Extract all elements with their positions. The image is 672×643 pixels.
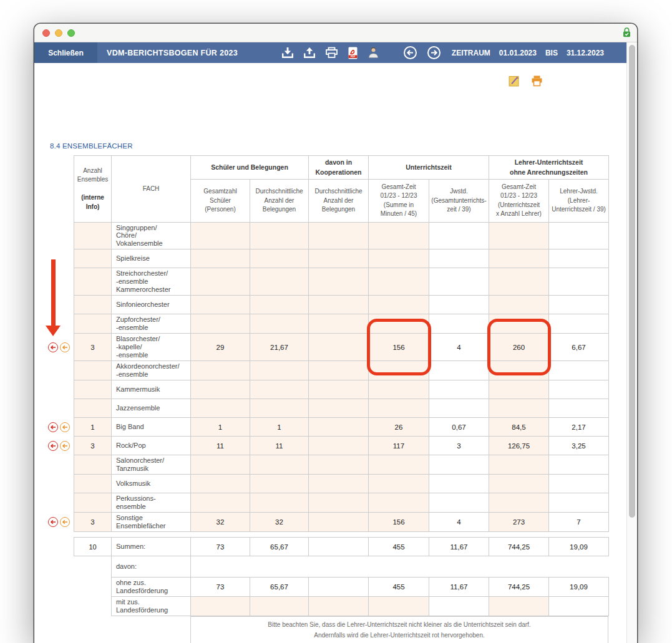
value-cell	[309, 249, 369, 268]
fach-cell: Jazzensemble	[112, 399, 191, 418]
close-form-button[interactable]: Schließen	[34, 42, 97, 63]
scrollbar-thumb[interactable]	[629, 45, 635, 518]
table-row: Kammermusik	[74, 380, 609, 399]
ohne-landesfoerderung-row: ohne zus. Landesförderung7365,6745511,67…	[74, 578, 609, 597]
marker-red-icon[interactable]	[48, 342, 58, 352]
value-cell	[250, 399, 309, 418]
zoom-window-button[interactable]	[67, 29, 75, 37]
nav-forward-icon[interactable]	[427, 46, 441, 60]
anzahl-cell	[74, 578, 112, 597]
note-edit-icon[interactable]	[509, 75, 520, 90]
summary-value-cell: 11,67	[429, 578, 489, 597]
fach-cell: Spielkreise	[112, 249, 191, 268]
value-cell: 3,25	[549, 437, 609, 455]
value-cell	[429, 296, 489, 314]
table-row: Salonorchester/ Tanzmusik	[74, 455, 609, 475]
summary-value-cell	[549, 597, 609, 616]
summary-value-cell: 19,09	[549, 538, 609, 556]
marker-orange-icon[interactable]	[60, 342, 70, 352]
value-cell	[369, 222, 429, 249]
anzahl-cell	[74, 380, 112, 399]
period-display: ZEITRAUM 01.01.2023 BIS 31.12.2023	[452, 42, 604, 63]
header-group-lehrer-unterrichtszeit: Lehrer-Unterrichtszeit ohne Anrechnungsz…	[489, 156, 609, 180]
value-cell	[489, 249, 549, 268]
value-cell	[309, 513, 369, 532]
value-cell: 1	[250, 418, 309, 437]
table-row: Sinfonieorchester	[74, 296, 609, 314]
anzahl-cell	[74, 222, 112, 249]
fach-cell: Zupforchester/ -ensemble	[112, 314, 191, 334]
anzahl-cell	[74, 296, 112, 314]
minimize-window-button[interactable]	[55, 29, 62, 37]
value-cell	[250, 249, 309, 268]
summary-value-cell: 455	[369, 538, 429, 556]
value-cell	[489, 314, 549, 334]
marker-red-icon[interactable]	[48, 441, 58, 451]
value-cell	[369, 493, 429, 513]
summary-value-cell: 744,25	[489, 538, 549, 556]
value-cell	[549, 493, 609, 513]
summary-body: 10Summen:7365,6745511,67744,2519,09davon…	[74, 538, 609, 616]
header-anzahl: Anzahl Ensembles (interne Info)	[74, 156, 112, 223]
close-window-button[interactable]	[42, 29, 50, 37]
fach-cell: Volksmusik	[112, 475, 191, 493]
value-cell	[429, 314, 489, 334]
marker-orange-icon[interactable]	[60, 441, 70, 451]
value-cell	[489, 296, 549, 314]
summary-value-cell: 65,67	[250, 578, 309, 597]
marker-orange-icon[interactable]	[60, 517, 70, 527]
value-cell	[429, 399, 489, 418]
header-fach: FACH	[112, 156, 191, 223]
anzahl-cell	[74, 268, 112, 296]
download-icon[interactable]	[281, 47, 294, 59]
table-row: Akkordeonorchester/ -ensemble	[74, 361, 609, 380]
value-cell	[309, 418, 369, 437]
window-title: VDM-BERICHTSBOGEN FÜR 2023	[107, 49, 238, 57]
value-cell: 6,67	[549, 334, 609, 361]
upload-icon[interactable]	[303, 47, 316, 59]
value-cell	[549, 314, 609, 334]
mit-landesfoerderung-row: mit zus. Landesförderung	[74, 597, 609, 616]
value-cell	[191, 493, 250, 513]
value-cell	[429, 493, 489, 513]
value-cell	[369, 296, 429, 314]
user-icon[interactable]	[368, 47, 379, 59]
value-cell	[309, 399, 369, 418]
content-area: 8.4 ENSEMBLEFÄCHER Anzahl Ensembles (int…	[34, 63, 626, 643]
summary-value-cell: 11,67	[429, 538, 489, 556]
header-koop-durchschnitt: Durchschnittliche Anzahl der Belegungen	[309, 180, 369, 222]
marker-orange-icon[interactable]	[60, 422, 70, 432]
value-cell	[309, 493, 369, 513]
pdf-icon[interactable]: PDF	[348, 47, 358, 59]
value-cell	[429, 249, 489, 268]
period-bis-label: BIS	[545, 49, 558, 57]
period-label: ZEITRAUM	[452, 49, 490, 57]
value-cell	[549, 296, 609, 314]
fach-cell: Streichorchester/ -ensemble Kammerorches…	[112, 268, 191, 296]
value-cell	[309, 296, 369, 314]
summary-label-cell: mit zus. Landesförderung	[112, 597, 191, 616]
nav-back-icon[interactable]	[403, 46, 417, 60]
anzahl-cell	[74, 314, 112, 334]
value-cell	[549, 455, 609, 475]
header-lehrer-gesamtzeit: Gesamt-Zeit 01/23 - 12/23 (Unterrichtsze…	[489, 180, 549, 222]
summary-label-cell: davon:	[112, 556, 191, 578]
value-cell	[489, 455, 549, 475]
mini-print-icon[interactable]	[531, 75, 543, 90]
marker-red-icon[interactable]	[48, 517, 58, 527]
header-durchschnitt: Durchschnittliche Anzahl der Belegungen	[250, 180, 309, 222]
marker-red-icon[interactable]	[48, 422, 58, 432]
value-cell	[250, 455, 309, 475]
anzahl-cell	[74, 493, 112, 513]
value-cell	[369, 380, 429, 399]
scrollbar-track[interactable]	[626, 42, 637, 643]
value-cell: 32	[191, 513, 250, 532]
header-jwstd: Jwstd. (Gesamtunterrichts- zeit / 39)	[429, 180, 489, 222]
fach-cell: Salonorchester/ Tanzmusik	[112, 455, 191, 475]
print-icon[interactable]	[325, 47, 338, 59]
value-cell	[250, 296, 309, 314]
value-cell	[549, 361, 609, 380]
value-cell	[250, 380, 309, 399]
value-cell	[549, 399, 609, 418]
value-cell: 1	[191, 418, 250, 437]
